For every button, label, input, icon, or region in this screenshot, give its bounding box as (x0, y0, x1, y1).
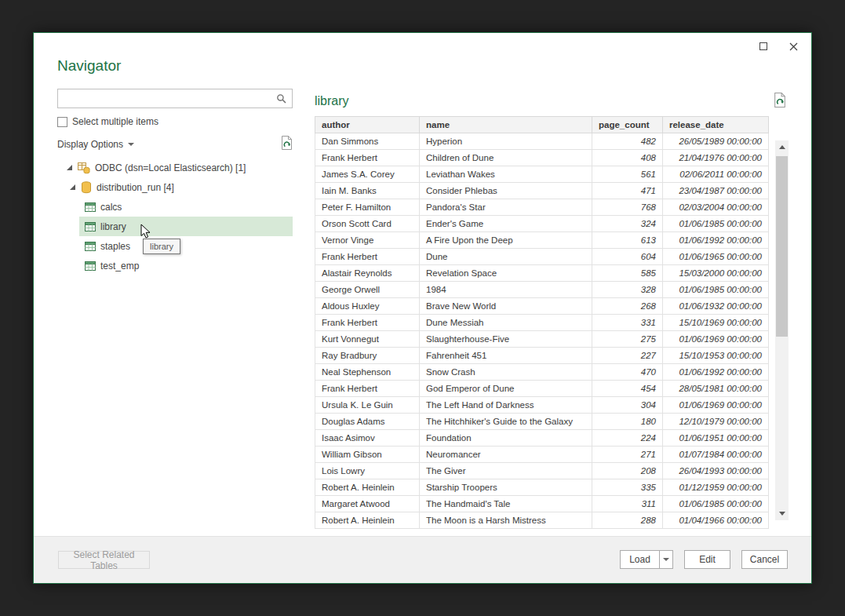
table-cell: God Emperor of Dune (420, 381, 592, 397)
table-cell: William Gibson (315, 447, 420, 463)
table-cell: 15/10/1969 00:00:00 (663, 315, 769, 331)
table-cell: 604 (592, 249, 663, 265)
table-cell: 227 (592, 348, 663, 364)
table-row: Douglas AdamsThe Hitchhiker's Guide to t… (315, 414, 769, 430)
tree-table-items: calcs library staples (57, 197, 293, 275)
table-cell: Frank Herbert (315, 315, 420, 331)
search-input[interactable] (58, 89, 271, 108)
tree-item-database[interactable]: distribution_run [4] (57, 177, 293, 197)
table-cell: 15/03/2000 00:00:00 (663, 265, 769, 282)
table-cell: Fahrenheit 451 (420, 348, 592, 364)
table-cell: 01/06/1985 00:00:00 (663, 216, 769, 232)
table-row: Orson Scott CardEnder's Game32401/06/198… (315, 216, 769, 232)
table-cell: 470 (592, 364, 663, 381)
table-cell: Ender's Game (420, 216, 592, 232)
select-multiple-row[interactable]: Select multiple items (57, 116, 158, 127)
chevron-down-icon (663, 558, 669, 561)
table-cell: 471 (592, 183, 663, 199)
table-cell: Children of Dune (420, 150, 592, 166)
tree-item-label: test_emp (100, 261, 139, 272)
table-cell: Ursula K. Le Guin (315, 397, 420, 414)
table-cell: Foundation (420, 430, 592, 447)
table-cell: Revelation Space (420, 265, 592, 282)
scrollbar-thumb[interactable] (776, 156, 788, 337)
table-cell: 335 (592, 479, 663, 496)
tooltip: library (143, 239, 180, 254)
table-cell: 26/04/1993 00:00:00 (663, 463, 769, 479)
select-multiple-label: Select multiple items (72, 116, 158, 127)
table-cell: Peter F. Hamilton (315, 199, 420, 216)
table-cell: 482 (592, 133, 663, 150)
column-header: page_count (592, 117, 663, 133)
table-cell: 26/05/1989 00:00:00 (663, 133, 769, 150)
table-cell: 288 (592, 512, 663, 529)
table-cell: Orson Scott Card (315, 216, 420, 232)
table-cell: 275 (592, 331, 663, 348)
table-cell: 01/06/1965 00:00:00 (663, 249, 769, 265)
table-cell: Neuromancer (420, 447, 592, 463)
tree-item-table[interactable]: library (79, 217, 293, 236)
chevron-down-icon (128, 143, 134, 146)
vertical-scrollbar[interactable] (775, 140, 789, 520)
refresh-preview-icon[interactable] (280, 136, 304, 151)
maximize-icon (759, 42, 767, 50)
table-cell: The Hitchhiker's Guide to the Galaxy (420, 414, 592, 430)
tree-item-label: ODBC (dsn=Local Elasticsearch) [1] (95, 162, 246, 173)
table-icon (85, 221, 96, 232)
column-header: name (420, 117, 592, 133)
table-cell: 180 (592, 414, 663, 430)
table-cell: Robert A. Heinlein (315, 512, 420, 529)
search-button[interactable] (271, 89, 292, 108)
table-row: Frank HerbertGod Emperor of Dune45428/05… (315, 381, 769, 397)
table-cell: Aldous Huxley (315, 298, 420, 315)
table-cell: Brave New World (420, 298, 592, 315)
tree-item-label: library (100, 221, 126, 232)
navigator-dialog: Navigator Select multiple items Display … (33, 32, 812, 584)
table-row: Frank HerbertChildren of Dune40821/04/19… (315, 150, 769, 166)
expand-toggle-icon[interactable] (70, 184, 75, 190)
preview-table-body: Dan SimmonsHyperion48226/05/1989 00:00:0… (315, 133, 769, 529)
table-cell: The Moon is a Harsh Mistress (420, 512, 592, 529)
cancel-button[interactable]: Cancel (741, 550, 788, 569)
edit-button[interactable]: Edit (684, 550, 730, 569)
table-cell: Frank Herbert (315, 381, 420, 397)
table-cell: 1984 (420, 282, 592, 298)
tree-item-label: distribution_run [4] (97, 182, 174, 193)
close-button[interactable] (781, 38, 805, 55)
table-icon (85, 261, 96, 272)
table-cell: Dune Messiah (420, 315, 592, 331)
table-cell: 15/10/1953 00:00:00 (663, 348, 769, 364)
table-row: Isaac AsimovFoundation22401/06/1951 00:0… (315, 430, 769, 447)
table-row: Dan SimmonsHyperion48226/05/1989 00:00:0… (315, 133, 769, 150)
table-cell: George Orwell (315, 282, 420, 298)
tree-item-table[interactable]: test_emp (79, 256, 293, 275)
table-cell: Snow Crash (420, 364, 592, 381)
select-related-tables-button[interactable]: Select Related Tables (58, 551, 150, 569)
tree-item-odbc-source[interactable]: ODBC (dsn=Local Elasticsearch) [1] (57, 158, 293, 177)
table-cell: 01/06/1969 00:00:00 (663, 397, 769, 414)
table-cell: 304 (592, 397, 663, 414)
preview-header-row: authornamepage_countrelease_date (315, 117, 769, 133)
table-cell: Ray Bradbury (315, 348, 420, 364)
table-cell: The Giver (420, 463, 592, 479)
load-dropdown-button[interactable] (659, 550, 673, 569)
table-cell: 311 (592, 496, 663, 512)
table-row: Frank HerbertDune60401/06/1965 00:00:00 (315, 249, 769, 265)
scroll-down-button[interactable] (775, 507, 789, 520)
select-multiple-checkbox[interactable] (57, 117, 67, 127)
table-cell: 28/05/1981 00:00:00 (663, 381, 769, 397)
refresh-preview-icon[interactable] (773, 93, 787, 108)
scroll-up-button[interactable] (775, 140, 789, 154)
table-cell: A Fire Upon the Deep (420, 232, 592, 249)
table-cell: 208 (592, 463, 663, 479)
tree-item-table[interactable]: calcs (79, 197, 293, 217)
table-cell: 01/07/1984 00:00:00 (663, 447, 769, 463)
table-cell: Isaac Asimov (315, 430, 420, 447)
table-cell: 613 (592, 232, 663, 249)
search-icon (276, 93, 287, 104)
load-button[interactable]: Load (620, 550, 659, 569)
tree-item-table[interactable]: staples (79, 236, 293, 256)
maximize-button[interactable] (752, 38, 775, 55)
expand-toggle-icon[interactable] (67, 165, 72, 170)
display-options-dropdown[interactable]: Display Options (57, 137, 293, 151)
